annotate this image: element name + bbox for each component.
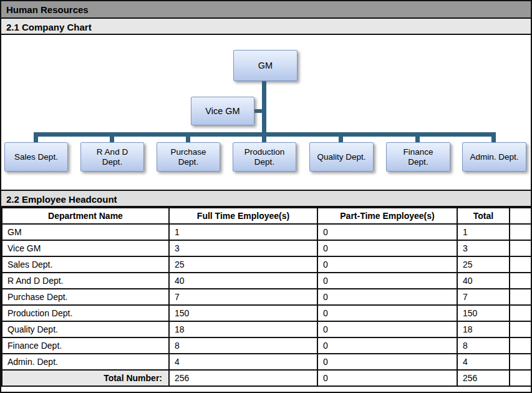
total-total: 256: [457, 370, 510, 386]
hr-document-page: Human Resources 2.1 Company Chart GM Vic…: [0, 0, 532, 393]
connector-stub-quality: [339, 132, 343, 142]
cell-full-time: 25: [169, 256, 317, 273]
col-header-total: Total: [457, 208, 510, 224]
table-row: Vice GM 3 0 3: [2, 240, 531, 256]
cell-part-time: 0: [317, 289, 457, 305]
cell-part-time: 0: [317, 354, 457, 370]
cell-full-time: 3: [169, 240, 317, 256]
page-title: Human Resources: [1, 1, 531, 19]
total-part-time: 0: [317, 370, 457, 386]
org-node-production: Production Dept.: [233, 142, 296, 172]
cell-spare: [510, 273, 531, 289]
org-node-vice-gm: Vice GM: [191, 97, 254, 125]
cell-department: Quality Dept.: [2, 321, 169, 337]
cell-department: Production Dept.: [2, 305, 169, 321]
cell-part-time: 0: [317, 224, 457, 240]
connector-stub-sales: [34, 132, 38, 142]
org-node-finance: Finance Dept.: [386, 142, 450, 172]
cell-part-time: 0: [317, 321, 457, 337]
cell-part-time: 0: [317, 337, 457, 354]
table-row: R And D Dept. 40 0 40: [2, 273, 531, 289]
cell-total: 150: [457, 305, 510, 321]
table-header-row: Department Name Full Time Employee(s) Pa…: [2, 208, 531, 224]
table-row: Admin. Dept. 4 0 4: [2, 354, 531, 370]
cell-department: Sales Dept.: [2, 256, 169, 273]
table-row: GM 1 0 1: [2, 224, 531, 240]
cell-part-time: 0: [317, 273, 457, 289]
col-header-part-time: Part-Time Employee(s): [317, 208, 457, 224]
table-row: Finance Dept. 8 0 8: [2, 337, 531, 354]
org-node-sales: Sales Dept.: [4, 142, 68, 172]
col-header-full-time: Full Time Employee(s): [169, 208, 317, 224]
connector-stub-finance: [415, 132, 420, 142]
org-node-admin: Admin. Dept.: [462, 142, 526, 172]
cell-spare: [510, 354, 531, 370]
connector-stub-rd: [110, 132, 114, 142]
cell-part-time: 0: [317, 240, 457, 256]
table-row: Sales Dept. 25 0 25: [2, 256, 531, 273]
cell-total: 25: [457, 256, 510, 273]
cell-total: 4: [457, 354, 510, 370]
cell-department: Admin. Dept.: [2, 354, 169, 370]
cell-full-time: 18: [169, 321, 317, 337]
cell-full-time: 7: [169, 289, 317, 305]
org-node-rd: R And D Dept.: [80, 142, 144, 172]
connector-stub-production: [262, 132, 266, 142]
cell-spare: [510, 337, 531, 354]
headcount-table: Department Name Full Time Employee(s) Pa…: [1, 207, 532, 387]
cell-spare: [510, 256, 531, 273]
cell-spare: [510, 240, 531, 256]
cell-total: 1: [457, 224, 510, 240]
col-header-spare: [510, 208, 531, 224]
cell-spare: [510, 305, 531, 321]
org-node-quality: Quality Dept.: [309, 142, 374, 172]
cell-part-time: 0: [317, 256, 457, 273]
cell-total: 3: [457, 240, 510, 256]
cell-spare: [510, 370, 531, 386]
cell-full-time: 8: [169, 337, 317, 354]
cell-spare: [510, 289, 531, 305]
section-title-company-chart: 2.1 Company Chart: [1, 19, 531, 35]
connector-stub-purchase: [186, 132, 190, 142]
org-chart: GM Vice GM Sales Dept. R And D Dept. Pur…: [1, 35, 531, 191]
cell-department: R And D Dept.: [2, 273, 169, 289]
connector-stub-admin: [491, 132, 496, 142]
table-row: Purchase Dept. 7 0 7: [2, 289, 531, 305]
table-row: Production Dept. 150 0 150: [2, 305, 531, 321]
cell-department: Finance Dept.: [2, 337, 169, 354]
total-full-time: 256: [169, 370, 317, 386]
cell-total: 8: [457, 337, 510, 354]
table-row: Quality Dept. 18 0 18: [2, 321, 531, 337]
cell-department: Purchase Dept.: [2, 289, 169, 305]
cell-total: 7: [457, 289, 510, 305]
section-title-employee-headcount: 2.2 Employee Headcount: [1, 191, 531, 207]
cell-full-time: 40: [169, 273, 317, 289]
total-label: Total Number:: [2, 370, 169, 386]
cell-full-time: 150: [169, 305, 317, 321]
table-total-row: Total Number: 256 0 256: [2, 370, 531, 386]
cell-total: 18: [457, 321, 510, 337]
cell-total: 40: [457, 273, 510, 289]
org-node-gm: GM: [233, 50, 297, 81]
connector-vicegm-branch: [254, 109, 264, 113]
org-node-purchase: Purchase Dept.: [157, 142, 220, 172]
cell-spare: [510, 321, 531, 337]
cell-department: GM: [2, 224, 169, 240]
col-header-department: Department Name: [2, 208, 169, 224]
cell-department: Vice GM: [2, 240, 169, 256]
cell-part-time: 0: [317, 305, 457, 321]
cell-full-time: 4: [169, 354, 317, 370]
cell-full-time: 1: [169, 224, 317, 240]
cell-spare: [510, 224, 531, 240]
